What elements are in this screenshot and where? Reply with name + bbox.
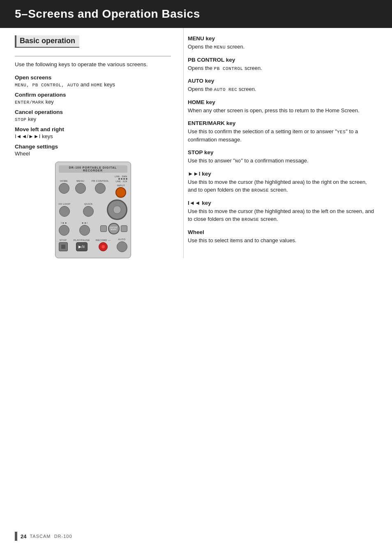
auto-circle — [117, 241, 127, 252]
entry-pb-control-key: PB CONTROL key Opens the PB CONTROL scre… — [188, 57, 377, 72]
page-header: 5–Screens and Operation Basics — [0, 0, 392, 28]
page-title: 5–Screens and Operation Basics — [15, 7, 377, 21]
footer-bar — [15, 532, 17, 541]
pb-control-diagram-label: PB CONTROL — [92, 180, 109, 182]
move-lr-heading: Move left and right — [15, 126, 171, 132]
auto-btn-diagram: AUTO — [117, 238, 127, 252]
io-loop-label-diagram: I/O LOOP — [59, 203, 71, 205]
menu-btn-diagram: MENU — [75, 180, 86, 194]
quick-label-diagram: QUICK — [84, 203, 93, 205]
record-btn-diagram: RECORD — — [96, 239, 111, 251]
prev-circle — [59, 225, 69, 236]
play-pause-btn-diagram: PLAY/PAUSE ▶/II — [74, 239, 90, 251]
stop-label-diagram: STOP — [60, 239, 67, 241]
play-pause-label-diagram: PLAY/PAUSE — [74, 239, 90, 241]
wheel-diagram — [107, 199, 127, 220]
auto-key-heading: AUTO key — [188, 78, 377, 84]
auto-label-diagram: AUTO — [118, 238, 126, 241]
confirm-heading: Confirm operations — [15, 92, 171, 98]
device-row-1: HOME MENU PB CONTROL — [59, 175, 127, 198]
open-screens-keys: MENU, PB CONTROL, AUTO — [15, 83, 79, 88]
enter-side-right — [121, 225, 127, 232]
intro-text: Use the following keys to operate the va… — [15, 60, 171, 69]
led3 — [123, 178, 125, 180]
confirm-content: ENTER/MARK key — [15, 99, 171, 105]
stop-square — [59, 242, 68, 251]
pb-control-key-text: Opens the PB CONTROL screen. — [188, 64, 377, 72]
content-area: Basic operation Use the following keys t… — [0, 28, 392, 258]
fwd-key-heading: ►►I key — [188, 171, 377, 177]
model-label: DR-100 — [54, 534, 72, 539]
auto-key-text: Opens the AUTO REC screen. — [188, 85, 377, 93]
entry-enter-mark-key: ENTER/MARK key Use this to confirm the s… — [188, 120, 377, 144]
device-row-4: STOP PLAY/PAUSE ▶/II RECORD — [59, 238, 127, 252]
next-circle — [79, 225, 90, 236]
enter-mark-circle: ENTER/MARK — [108, 223, 120, 234]
stop-key-text: Use this to answer "NO" to a confirmatio… — [188, 157, 377, 165]
io-loop-btn-diagram: I/O LOOP — [59, 203, 71, 217]
menu-key-heading: MENU key — [188, 35, 377, 42]
wheel-heading: Wheel — [188, 229, 377, 235]
change-settings-heading: Change settings — [15, 144, 171, 150]
home-key-diagram-label: HOME — [60, 180, 68, 182]
fwd-key-text: Use this to move the cursor (the highlig… — [188, 178, 377, 194]
enter-area-diagram: ENTER/MARK — [100, 223, 127, 234]
record-label-diagram: RECORD — — [96, 239, 111, 241]
cancel-content: STOP key — [15, 116, 171, 122]
right-column: MENU key Opens the MENU screen. PB CONTR… — [183, 28, 377, 258]
entry-fwd-key: ►►I key Use this to move the cursor (the… — [188, 171, 377, 194]
record-dot — [101, 245, 105, 248]
input-circle — [115, 187, 126, 198]
play-pause-icon: ▶/II — [78, 245, 85, 249]
wheel-inner — [113, 206, 121, 214]
open-screens-heading: Open screens — [15, 74, 171, 81]
prev-btn-diagram: I◄◄ — [59, 222, 69, 236]
record-circle — [99, 242, 108, 251]
line-label-diagram: LINE · DWN — [115, 175, 127, 178]
prev-label-diagram: I◄◄ — [61, 222, 67, 224]
xlr-label-diagram: LINE · XLR — [115, 180, 127, 183]
device-row-3: I◄◄ ►►I ENTER/MARK — [59, 222, 127, 236]
stop-icon — [61, 245, 65, 249]
yes-label: YES — [337, 130, 346, 134]
pb-control-circle — [95, 183, 106, 194]
entry-stop-key: STOP key Use this to answer "NO" to a co… — [188, 149, 377, 165]
no-label: NO — [235, 159, 241, 164]
rew-key-heading: I◄◄ key — [188, 200, 377, 206]
stop-key-heading: STOP key — [188, 149, 377, 155]
brand-label: TASCAM — [30, 534, 51, 539]
menu-key-text: Opens the MENU screen. — [188, 43, 377, 51]
cancel-heading: Cancel operations — [15, 109, 171, 115]
led1 — [118, 178, 120, 180]
browse-screen-label1: BROWSE — [251, 188, 269, 193]
open-screens-content: MENU, PB CONTROL, AUTO and HOME keys — [15, 81, 171, 88]
entry-auto-key: AUTO key Opens the AUTO REC screen. — [188, 78, 377, 93]
menu-screen-label: MENU — [214, 45, 226, 50]
footer: 24 TASCAM DR-100 — [15, 532, 72, 541]
enter-mark-label: ENTER/MARK — [15, 100, 44, 105]
stop-label: STOP — [15, 117, 26, 122]
home-btn-diagram: HOME — [59, 180, 69, 194]
menu-key-diagram-label: MENU — [76, 180, 84, 182]
home-key-text: When any other screen is open, press thi… — [188, 107, 377, 115]
left-column: Basic operation Use the following keys t… — [15, 28, 171, 258]
io-loop-circle — [59, 206, 70, 217]
quick-btn-diagram: QUICK — [83, 203, 94, 217]
play-pause-rect: ▶/II — [76, 242, 88, 251]
device-illustration: DR-100 PORTABLE DIGITAL RECORDER HOME ME… — [15, 162, 171, 258]
input-label-diagram: INPUT — [117, 184, 125, 187]
brand-model: TASCAM DR-100 — [30, 534, 72, 539]
browse-screen-label2: BROWSE — [242, 217, 259, 222]
pb-control-screen-label: PB CONTROL — [214, 66, 243, 71]
page: 5–Screens and Operation Basics Basic ope… — [0, 0, 392, 549]
pb-control-key-heading: PB CONTROL key — [188, 57, 377, 63]
device-row-2: I/O LOOP QUICK — [59, 199, 127, 220]
enter-side-left — [100, 225, 107, 232]
device-label: DR-100 PORTABLE DIGITAL RECORDER — [59, 165, 127, 173]
next-btn-diagram: ►►I — [79, 222, 90, 236]
pb-control-btn-diagram: PB CONTROL — [92, 180, 109, 194]
enter-mark-inner-label: ENTER/MARK — [110, 227, 117, 231]
page-number: 24 — [21, 533, 26, 540]
entry-menu-key: MENU key Opens the MENU screen. — [188, 35, 377, 51]
entry-home-key: HOME key When any other screen is open, … — [188, 99, 377, 115]
